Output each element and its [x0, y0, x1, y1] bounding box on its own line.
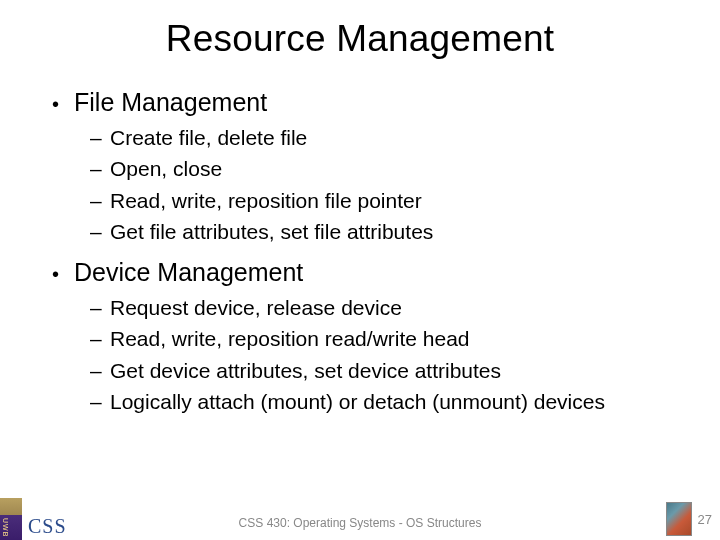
- footer-left: CSS: [0, 498, 67, 540]
- bullet-icon: •: [50, 263, 74, 286]
- footer-course-label: CSS 430: Operating Systems - OS Structur…: [239, 516, 482, 530]
- uwb-logo-icon: [0, 498, 22, 540]
- sub-bullet: – Open, close: [50, 156, 680, 182]
- sub-bullet-text: Read, write, reposition file pointer: [110, 188, 680, 214]
- sub-bullet-text: Get device attributes, set device attrib…: [110, 358, 680, 384]
- textbook-thumbnail-icon: [666, 502, 692, 536]
- dash-icon: –: [90, 359, 110, 383]
- css-logo-text: CSS: [22, 501, 67, 538]
- slide-footer: CSS CSS 430: Operating Systems - OS Stru…: [0, 498, 720, 540]
- sub-bullet: – Get device attributes, set device attr…: [50, 358, 680, 384]
- sub-bullet-text: Request device, release device: [110, 295, 680, 321]
- bullet-text: File Management: [74, 88, 680, 117]
- sub-bullet: – Get file attributes, set file attribut…: [50, 219, 680, 245]
- bullet-file-management: • File Management: [50, 88, 680, 117]
- sub-bullet: – Request device, release device: [50, 295, 680, 321]
- bullet-device-management: • Device Management: [50, 258, 680, 287]
- footer-right: 27: [666, 502, 720, 536]
- bullet-text: Device Management: [74, 258, 680, 287]
- dash-icon: –: [90, 157, 110, 181]
- dash-icon: –: [90, 220, 110, 244]
- dash-icon: –: [90, 126, 110, 150]
- slide: Resource Management • File Management – …: [0, 0, 720, 540]
- sub-bullet-text: Read, write, reposition read/write head: [110, 326, 680, 352]
- page-number: 27: [698, 512, 712, 527]
- dash-icon: –: [90, 390, 110, 414]
- sub-bullet: – Read, write, reposition file pointer: [50, 188, 680, 214]
- dash-icon: –: [90, 327, 110, 351]
- dash-icon: –: [90, 296, 110, 320]
- sub-bullet: – Read, write, reposition read/write hea…: [50, 326, 680, 352]
- sub-bullet-text: Get file attributes, set file attributes: [110, 219, 680, 245]
- sub-bullet-text: Logically attach (mount) or detach (unmo…: [110, 389, 680, 415]
- dash-icon: –: [90, 189, 110, 213]
- bullet-icon: •: [50, 93, 74, 116]
- slide-content: • File Management – Create file, delete …: [40, 88, 680, 415]
- sub-bullet: – Logically attach (mount) or detach (un…: [50, 389, 680, 415]
- sub-bullet-text: Create file, delete file: [110, 125, 680, 151]
- slide-title: Resource Management: [40, 18, 680, 60]
- sub-bullet: – Create file, delete file: [50, 125, 680, 151]
- sub-bullet-text: Open, close: [110, 156, 680, 182]
